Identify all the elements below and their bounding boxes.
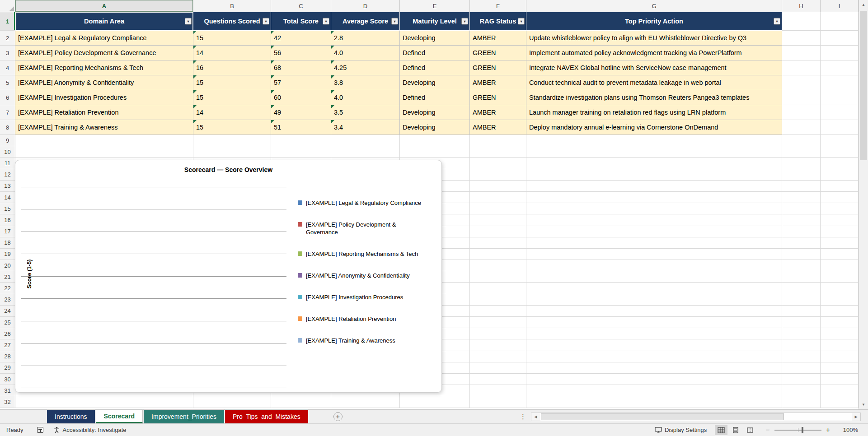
- empty-cell[interactable]: [470, 203, 526, 214]
- empty-cell[interactable]: [400, 396, 470, 408]
- zoom-slider-thumb[interactable]: [802, 427, 803, 433]
- horizontal-scroll-thumb[interactable]: [541, 413, 784, 420]
- cell-average[interactable]: 4.25: [331, 60, 400, 75]
- cell-questions[interactable]: 15: [193, 75, 271, 90]
- empty-cell[interactable]: [470, 135, 526, 146]
- cell-total[interactable]: 57: [271, 75, 331, 90]
- empty-cell[interactable]: [526, 214, 782, 226]
- select-all-button[interactable]: [0, 0, 15, 12]
- row-number[interactable]: 20: [0, 260, 15, 271]
- empty-cell[interactable]: [782, 120, 821, 135]
- header-cell-domain-area[interactable]: Domain Area▾: [15, 12, 193, 31]
- row-number[interactable]: 28: [0, 351, 15, 362]
- empty-cell[interactable]: [821, 260, 859, 271]
- row-number[interactable]: 19: [0, 249, 15, 260]
- empty-cell[interactable]: [193, 146, 271, 158]
- empty-cell[interactable]: [271, 135, 331, 146]
- empty-cell[interactable]: [821, 90, 859, 105]
- empty-cell[interactable]: [821, 120, 859, 135]
- row-number[interactable]: 21: [0, 271, 15, 283]
- empty-cell[interactable]: [470, 328, 526, 339]
- cell-rag[interactable]: GREEN: [470, 90, 526, 105]
- empty-cell[interactable]: [782, 75, 821, 90]
- cell-total[interactable]: 68: [271, 60, 331, 75]
- row-number[interactable]: 11: [0, 158, 15, 169]
- accessibility-status[interactable]: Accessibility: Investigate: [53, 427, 127, 433]
- row-number[interactable]: 6: [0, 90, 15, 105]
- empty-cell[interactable]: [782, 192, 821, 203]
- cell-total[interactable]: 56: [271, 46, 331, 60]
- empty-cell[interactable]: [470, 158, 526, 169]
- row-number[interactable]: 10: [0, 146, 15, 158]
- empty-cell[interactable]: [526, 294, 782, 306]
- empty-cell[interactable]: [470, 169, 526, 181]
- empty-cell[interactable]: [821, 46, 859, 60]
- row-number[interactable]: 8: [0, 120, 15, 135]
- empty-cell[interactable]: [470, 260, 526, 271]
- filter-dropdown-icon[interactable]: ▾: [185, 18, 192, 25]
- filter-dropdown-icon[interactable]: ▾: [518, 18, 525, 25]
- row-number[interactable]: 2: [0, 31, 15, 46]
- cell-total[interactable]: 49: [271, 105, 331, 120]
- empty-cell[interactable]: [821, 146, 859, 158]
- empty-cell[interactable]: [193, 135, 271, 146]
- empty-cell[interactable]: [782, 237, 821, 249]
- zoom-level[interactable]: 100%: [839, 427, 858, 433]
- empty-cell[interactable]: [821, 75, 859, 90]
- cell-questions[interactable]: 15: [193, 90, 271, 105]
- empty-cell[interactable]: [782, 226, 821, 237]
- column-header-a[interactable]: A: [15, 0, 193, 12]
- cell-maturity[interactable]: Defined: [400, 90, 470, 105]
- cell-total[interactable]: 42: [271, 31, 331, 46]
- row-number[interactable]: 22: [0, 283, 15, 294]
- empty-cell[interactable]: [470, 249, 526, 260]
- empty-cell[interactable]: [782, 105, 821, 120]
- empty-cell[interactable]: [526, 351, 782, 362]
- empty-cell[interactable]: [470, 317, 526, 328]
- empty-cell[interactable]: [782, 169, 821, 181]
- zoom-in-button[interactable]: +: [826, 426, 830, 434]
- empty-cell[interactable]: [400, 146, 470, 158]
- cell-questions[interactable]: 15: [193, 120, 271, 135]
- row-number[interactable]: 26: [0, 328, 15, 339]
- empty-cell[interactable]: [782, 146, 821, 158]
- sheet-tab-instructions[interactable]: Instructions: [47, 410, 95, 423]
- empty-cell[interactable]: [526, 283, 782, 294]
- page-layout-view-button[interactable]: [729, 425, 742, 435]
- column-header-b[interactable]: B: [193, 0, 271, 12]
- empty-cell[interactable]: [526, 385, 782, 396]
- empty-cell[interactable]: [782, 294, 821, 306]
- filter-dropdown-icon[interactable]: ▾: [774, 18, 780, 25]
- empty-cell[interactable]: [526, 328, 782, 339]
- scroll-right-icon[interactable]: ▶: [852, 413, 860, 421]
- row-number[interactable]: 14: [0, 192, 15, 203]
- row-number[interactable]: 5: [0, 75, 15, 90]
- empty-cell[interactable]: [193, 396, 271, 408]
- empty-cell[interactable]: [782, 385, 821, 396]
- filter-dropdown-icon[interactable]: ▾: [461, 18, 468, 25]
- zoom-out-button[interactable]: −: [765, 426, 769, 434]
- cell-total[interactable]: 60: [271, 90, 331, 105]
- row-number[interactable]: 9: [0, 135, 15, 146]
- sheet-tab-pro-tips-and-mistakes[interactable]: Pro_Tips_and_Mistakes: [225, 410, 308, 423]
- empty-cell[interactable]: [782, 306, 821, 317]
- column-header-f[interactable]: F: [470, 0, 526, 12]
- cell-action[interactable]: Standardize investigation plans using Th…: [526, 90, 782, 105]
- empty-cell[interactable]: [821, 396, 859, 408]
- empty-cell[interactable]: [782, 260, 821, 271]
- empty-cell[interactable]: [470, 214, 526, 226]
- cell-maturity[interactable]: Developing: [400, 120, 470, 135]
- cell-domain[interactable]: [EXAMPLE] Retaliation Prevention: [15, 105, 193, 120]
- cell-action[interactable]: Integrate NAVEX Global hotline with Serv…: [526, 60, 782, 75]
- empty-cell[interactable]: [470, 351, 526, 362]
- empty-cell[interactable]: [470, 283, 526, 294]
- cell-rag[interactable]: AMBER: [470, 31, 526, 46]
- cell-maturity[interactable]: Developing: [400, 31, 470, 46]
- row-number[interactable]: 24: [0, 306, 15, 317]
- empty-cell[interactable]: [782, 203, 821, 214]
- empty-cell[interactable]: [15, 146, 193, 158]
- cell-action[interactable]: Launch manager training on retaliation r…: [526, 105, 782, 120]
- row-number[interactable]: 1: [0, 12, 15, 31]
- row-number[interactable]: 13: [0, 181, 15, 192]
- empty-cell[interactable]: [526, 396, 782, 408]
